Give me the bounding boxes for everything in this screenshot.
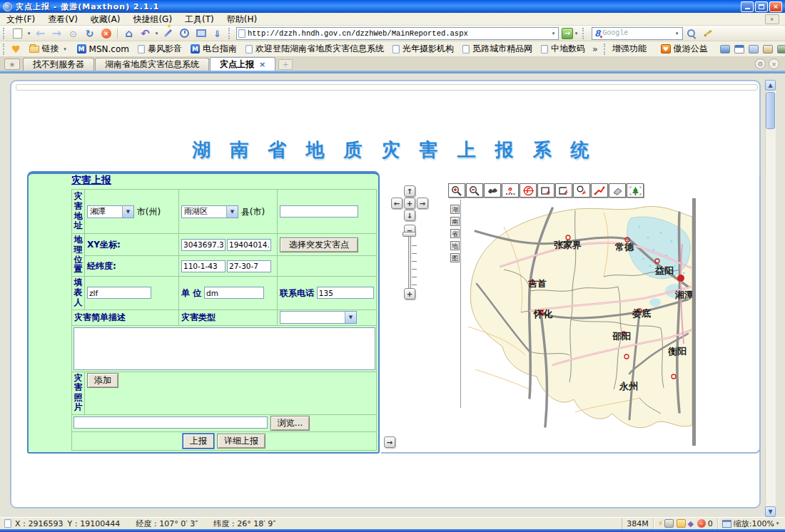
minimize-button[interactable]: [741, 1, 754, 12]
forward-button[interactable]: [49, 26, 65, 41]
menu-file[interactable]: 文件(F): [0, 13, 41, 26]
bookmark-radio-guide[interactable]: M电台指南: [186, 43, 241, 55]
address-bar[interactable]: http://dzzh.hndh.gov.cn/dzzhWeb/MainRepo…: [236, 27, 559, 40]
window-icon[interactable]: [734, 45, 744, 53]
toolbar-grip[interactable]: [228, 28, 232, 39]
magic-fill-button[interactable]: [160, 26, 176, 41]
close-button[interactable]: ×: [769, 1, 782, 12]
layer-char[interactable]: 图: [450, 253, 460, 262]
new-tab-dropdown[interactable]: [26, 31, 32, 36]
go-dropdown[interactable]: [573, 31, 579, 36]
menu-favorites[interactable]: 收藏(A): [84, 13, 127, 26]
menu-tools[interactable]: 工具(T): [178, 13, 221, 26]
map-rect-deselect-tool[interactable]: [555, 183, 572, 198]
map-canvas[interactable]: 张家界 常德 益阳 吉首 怀化 娄底 邵阳 衡阳 永州 湘潭: [461, 198, 692, 446]
search-box[interactable]: 8 Google: [592, 27, 683, 40]
scroll-down-button[interactable]: ▼: [765, 506, 776, 517]
undo-button[interactable]: [137, 26, 153, 41]
map-measure-tool[interactable]: [502, 183, 519, 198]
maxthon-charity-button[interactable]: 傲游公益: [657, 43, 712, 55]
map-pan-up-button[interactable]: ↑: [404, 185, 415, 197]
layer-char[interactable]: 省: [450, 229, 460, 238]
search-button[interactable]: [683, 26, 699, 41]
popup-blocker-icon[interactable]: [697, 519, 706, 528]
map-scale-tool[interactable]: [520, 183, 537, 198]
folder-dropdown[interactable]: [62, 46, 69, 52]
bookmarks-overflow-chevron[interactable]: »: [589, 44, 601, 54]
add-photo-button[interactable]: 添加: [87, 373, 118, 388]
zoom-control[interactable]: 缩放:100%: [718, 518, 785, 529]
home-button[interactable]: [121, 26, 137, 41]
snapshot-button[interactable]: [193, 26, 209, 41]
download-button[interactable]: [209, 26, 226, 41]
undo-dropdown[interactable]: [153, 31, 160, 36]
unit-input[interactable]: [204, 287, 264, 299]
history-button[interactable]: [176, 26, 193, 41]
desktop-icon[interactable]: [720, 45, 730, 53]
close-tab-icon[interactable]: [259, 60, 265, 69]
building-icon[interactable]: [777, 45, 785, 53]
x-coordinate-input[interactable]: [181, 239, 226, 251]
refresh-button[interactable]: [81, 26, 98, 41]
pen-icon[interactable]: [763, 45, 773, 53]
bookmark-msn[interactable]: MMSN.com: [73, 44, 133, 54]
toolbar-grip[interactable]: [3, 28, 6, 39]
zoom-dropdown[interactable]: [774, 521, 781, 526]
bookmark-guangnian-photo[interactable]: 光年摄影机构: [388, 43, 458, 55]
restore-button[interactable]: [755, 1, 768, 12]
county-select[interactable]: 雨湖区: [181, 205, 238, 218]
go-button[interactable]: [562, 28, 573, 39]
detail-submit-button[interactable]: 详细上报: [217, 434, 265, 449]
notes-icon[interactable]: [749, 45, 759, 53]
address-url[interactable]: http://dzzh.hndh.gov.cn/dzzhWeb/MainRepo…: [248, 29, 548, 38]
map-pan-tool[interactable]: [484, 183, 501, 198]
back-button[interactable]: [32, 26, 49, 41]
bookmark-milu-city[interactable]: 觅路城市精品网: [458, 43, 537, 55]
map-zoom-in-tool[interactable]: [448, 183, 465, 198]
map-zoom-out-tool[interactable]: [466, 183, 483, 198]
tab-server-not-found[interactable]: 找不到服务器: [23, 58, 94, 71]
map-full-extent-tool[interactable]: [627, 183, 644, 198]
layer-char[interactable]: 南: [450, 217, 460, 226]
tab-disaster-report[interactable]: 灾点上报: [210, 57, 275, 71]
printer-icon[interactable]: [664, 519, 674, 528]
tab-close-all-button[interactable]: ×: [769, 58, 779, 69]
map-zoom-slider-rail[interactable]: [408, 235, 411, 290]
map-zoom-slider-thumb[interactable]: [402, 232, 416, 237]
menu-view[interactable]: 查看(V): [41, 13, 84, 26]
browse-button[interactable]: 浏览...: [270, 416, 310, 431]
tab-list-button[interactable]: [4, 58, 20, 70]
y-coordinate-input[interactable]: [227, 239, 271, 251]
bookmarks-grip[interactable]: [3, 44, 4, 55]
bookmark-links-folder[interactable]: 链接: [25, 43, 73, 55]
map-zoom-select-tool[interactable]: [573, 183, 590, 198]
map-pan-right-button[interactable]: →: [417, 198, 428, 209]
longitude-input[interactable]: [181, 260, 226, 272]
bookmark-baofeng[interactable]: 暴风影音: [133, 43, 186, 55]
submit-button[interactable]: 上报: [183, 434, 214, 449]
folder-icon[interactable]: [677, 519, 686, 528]
menu-overflow-button[interactable]: [765, 14, 779, 24]
plugin-icon[interactable]: [687, 519, 693, 528]
bookmarks-grip[interactable]: [604, 44, 605, 55]
phone-input[interactable]: [317, 287, 374, 299]
tab-settings-wrench-button[interactable]: ⚙: [755, 58, 766, 69]
bookmark-zhongdi-digital[interactable]: 中地数码: [537, 43, 589, 55]
boost-icon[interactable]: [658, 519, 664, 528]
search-engine-dropdown[interactable]: [674, 31, 680, 36]
map-rect-select-tool[interactable]: [537, 183, 554, 198]
reporter-name-input[interactable]: [87, 287, 151, 299]
city-select[interactable]: 湘潭: [87, 205, 134, 218]
address-detail-input[interactable]: [280, 205, 358, 218]
history-dropdown-button[interactable]: [65, 26, 81, 41]
new-tab-button[interactable]: [9, 26, 26, 41]
latitude-input[interactable]: [227, 260, 271, 272]
photo-file-input[interactable]: [74, 416, 268, 429]
disaster-type-select[interactable]: [280, 311, 357, 324]
toolbar-grip[interactable]: [582, 28, 586, 39]
stop-button[interactable]: [98, 26, 114, 41]
description-textarea[interactable]: [74, 327, 375, 370]
scroll-up-button[interactable]: ▲: [765, 80, 776, 91]
search-placeholder[interactable]: Google: [602, 29, 672, 37]
highlight-button[interactable]: [699, 26, 716, 41]
